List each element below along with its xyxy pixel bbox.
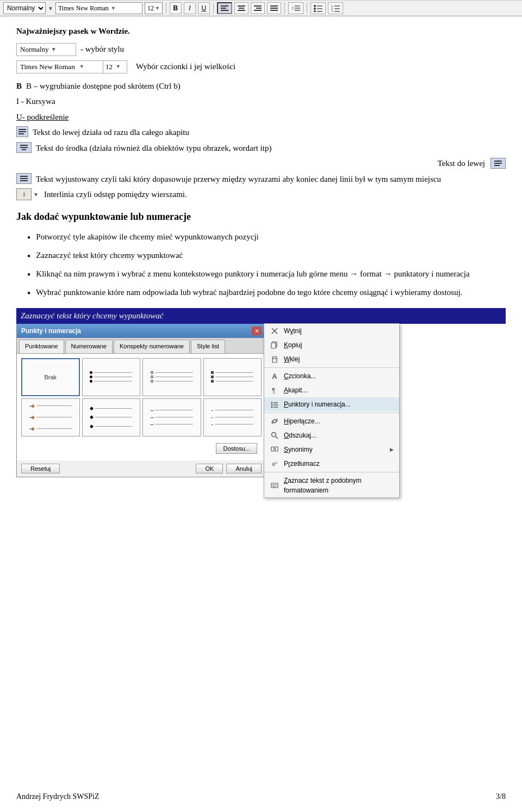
copy-icon bbox=[270, 340, 279, 350]
dostosu-button[interactable]: Dostosu... bbox=[216, 443, 257, 454]
svg-point-41 bbox=[272, 433, 276, 437]
synonyms-icon bbox=[270, 445, 279, 454]
bcl7 bbox=[211, 371, 253, 374]
interlinia-desc-text: Interlinia czyli odstęp pomiędzy wiersza… bbox=[44, 188, 187, 201]
sdash-1: - bbox=[211, 408, 213, 413]
screenshot-area: Zaznaczyć tekst który chcemy wypunktować… bbox=[16, 308, 506, 477]
ctx-punktory[interactable]: Punktory i numeracja... bbox=[264, 397, 399, 411]
italic-desc-line: I - Kursywa bbox=[16, 95, 506, 108]
align-justify-button[interactable] bbox=[267, 2, 281, 14]
bullet-cell-dots[interactable] bbox=[82, 358, 141, 396]
ctx-przetlumacz-label: Przetłumacz bbox=[284, 459, 394, 469]
highlighted-text-bar: Zaznaczyć tekst który chcemy wypunktować bbox=[16, 308, 506, 324]
style-select[interactable]: Normalny bbox=[3, 2, 46, 14]
resetuj-button[interactable]: Resetuj bbox=[21, 464, 60, 473]
align-center-button[interactable] bbox=[234, 2, 248, 14]
bullets-button[interactable] bbox=[310, 2, 326, 14]
cl-5 bbox=[155, 377, 193, 377]
ctx-synonimy[interactable]: Synonimy ▶ bbox=[264, 442, 399, 457]
bcl21: - bbox=[211, 422, 253, 427]
ctx-akapit[interactable]: ¶ Akapit... bbox=[264, 383, 399, 397]
page-footer: Andrzej Frydrych SWSPiZ 3/8 bbox=[16, 792, 506, 801]
center-lines bbox=[20, 145, 28, 150]
style-dropdown-value: Normalny bbox=[20, 44, 49, 55]
ctx-sep2 bbox=[264, 413, 399, 413]
ctx-akapit-label: Akapit... bbox=[284, 385, 394, 395]
align-left-button[interactable] bbox=[217, 2, 232, 14]
align-left-desc-icon bbox=[16, 126, 28, 137]
cl-21 bbox=[215, 424, 254, 425]
bullet-cell-shortdashes[interactable]: - - - bbox=[203, 398, 262, 436]
ctx-hiperlacze-label: Hiperłącze... bbox=[284, 416, 394, 426]
cl-3 bbox=[94, 381, 132, 382]
font-name-demo-value: Times New Roman bbox=[20, 61, 75, 72]
style-dropdown-arrow: ▼ bbox=[48, 5, 53, 11]
ctx-wklej[interactable]: Wklej bbox=[264, 352, 399, 366]
cl-16 bbox=[155, 410, 192, 410]
underline-button[interactable]: U bbox=[198, 2, 210, 14]
interlinia-dropdown-arrow: ▼ bbox=[33, 190, 39, 199]
tab-konspekty[interactable]: Konspekty numerowane bbox=[114, 340, 190, 353]
bullet-cell-brak[interactable]: Brak bbox=[21, 358, 80, 396]
svg-point-18 bbox=[314, 8, 316, 10]
tab-punktowane[interactable]: Punktowane bbox=[19, 340, 64, 353]
ctx-przetlumacz[interactable]: aᵇ Przetłumacz bbox=[264, 457, 399, 471]
bcl8 bbox=[211, 376, 253, 378]
ctx-czcionka[interactable]: A Czcionka... bbox=[264, 369, 399, 383]
tab-style[interactable]: Style list bbox=[191, 340, 225, 353]
font-size-box: 12 ▼ bbox=[145, 2, 163, 14]
dialog-close-button[interactable]: ✕ bbox=[252, 327, 262, 335]
anuluj-button[interactable]: Anuluj bbox=[226, 464, 262, 473]
bullet-cell-circles[interactable] bbox=[142, 358, 201, 396]
separator-3 bbox=[284, 3, 285, 14]
bcl1 bbox=[90, 371, 132, 374]
translate-icon: aᵇ bbox=[270, 459, 279, 469]
bullet-text-3: Kliknąć na nim prawym i wybrać z menu ko… bbox=[36, 268, 506, 280]
bold-icon-label: B bbox=[16, 80, 22, 93]
svg-rect-44 bbox=[275, 447, 278, 451]
bullet-cell-diamonds[interactable]: ◆ ◆ ◆ bbox=[82, 398, 141, 436]
justify-desc-text: Tekst wyjustowany czyli taki który dopas… bbox=[36, 173, 441, 186]
numbering-button[interactable]: 1. 2. 3. bbox=[328, 2, 343, 14]
bullet-cell-arrows[interactable]: ➔ ➔ ➔ bbox=[21, 398, 80, 436]
ctx-zaznacz[interactable]: Zaznacz tekst z podobnym formatowaniem bbox=[264, 473, 399, 497]
align-center-desc-text: Tekst do środka (działa również dla obie… bbox=[36, 142, 271, 155]
style-dropdown-demo[interactable]: Normalny ▼ bbox=[16, 43, 76, 56]
ctx-hiperlacze[interactable]: Hiperłącze... bbox=[264, 414, 399, 428]
interlinia-button[interactable]: ↕ bbox=[288, 2, 303, 14]
cl2 bbox=[20, 147, 28, 148]
ok-button[interactable]: OK bbox=[196, 464, 223, 473]
list-item: • Wybrać punktowanie które nam odpowiada… bbox=[27, 286, 506, 300]
bullet-text-4: Wybrać punktowanie które nam odpowiada l… bbox=[36, 286, 506, 299]
justify-desc-line: Tekst wyjustowany czyli taki który dopas… bbox=[16, 173, 506, 186]
bold-desc-line: B B – wygrubianie dostępne pod skrótem (… bbox=[16, 80, 506, 93]
bullets-icon bbox=[314, 4, 322, 12]
bullet-cell-dashes[interactable]: – – – bbox=[142, 398, 201, 436]
ctx-wytnij[interactable]: Wytnij bbox=[264, 324, 399, 338]
font-size-demo-value: 12 bbox=[105, 61, 113, 72]
diamond-2: ◆ bbox=[90, 414, 94, 421]
align-left-desc-text: Tekst do lewej działa od razu dla całego… bbox=[33, 126, 189, 139]
bullet-cell-squares[interactable] bbox=[203, 358, 262, 396]
dialog-title-label: Punkty i numeracja bbox=[21, 326, 81, 336]
font-size-demo[interactable]: 12 ▼ bbox=[103, 60, 127, 73]
al2-3 bbox=[494, 165, 500, 166]
footer-page: 3/8 bbox=[496, 792, 506, 801]
bold-button[interactable]: B bbox=[170, 2, 182, 14]
bullet-dot-2: • bbox=[27, 250, 30, 263]
font-name-demo[interactable]: Times New Roman ▼ bbox=[16, 60, 103, 73]
jl3 bbox=[20, 180, 28, 181]
ctx-kopiuj[interactable]: Kopiuj bbox=[264, 338, 399, 352]
cl-4 bbox=[155, 372, 193, 373]
bcl5 bbox=[151, 376, 193, 378]
align-right-button[interactable] bbox=[251, 2, 265, 14]
dialog-box[interactable]: Punkty i numeracja ✕ Punktowane Numerowa… bbox=[16, 323, 266, 477]
tab-numerowane[interactable]: Numerowane bbox=[65, 340, 113, 353]
ctx-odszukaj[interactable]: Odszukaj... bbox=[264, 428, 399, 442]
italic-button[interactable]: I bbox=[184, 2, 196, 14]
ctx-czcionka-label: Czcionka... bbox=[284, 371, 394, 381]
cl-11 bbox=[36, 417, 72, 417]
svg-rect-31 bbox=[271, 343, 276, 348]
ctx-punktory-label: Punktory i numeracja... bbox=[284, 399, 394, 409]
cbd3 bbox=[90, 380, 92, 383]
